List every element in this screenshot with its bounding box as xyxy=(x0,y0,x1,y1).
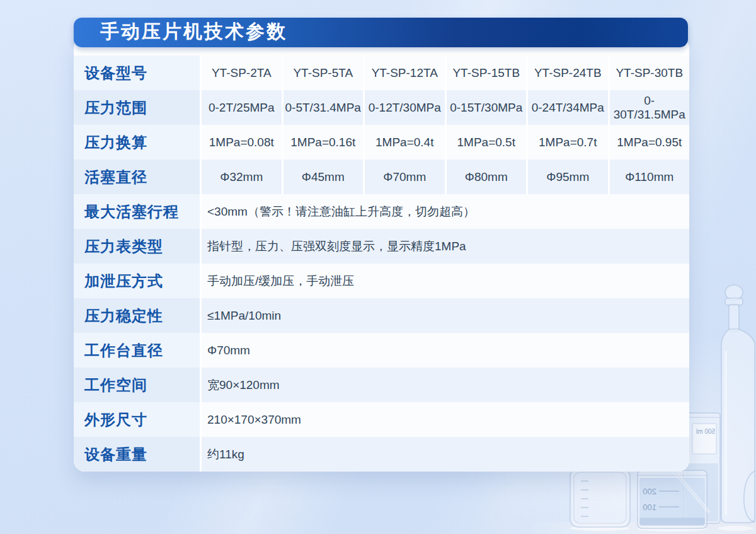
row-label: 工作台直径 xyxy=(74,333,200,368)
row-label: 工作空间 xyxy=(74,368,200,402)
spec-value: Φ45mm xyxy=(284,160,364,194)
spec-value: YT-SP-15TB xyxy=(447,55,527,90)
title-banner: 手动压片机技术参数 xyxy=(74,18,688,47)
spec-value: Φ70mm xyxy=(365,160,445,194)
table-row-working-space: 工作空间 宽90×120mm xyxy=(74,368,689,402)
spec-table-card: 设备型号 YT-SP-2TA YT-SP-5TA YT-SP-12TA YT-S… xyxy=(74,39,689,472)
table-row-max-stroke: 最大活塞行程 <30mm（警示！请注意油缸上升高度，切勿超高） xyxy=(74,194,689,229)
spec-value: Φ32mm xyxy=(202,160,282,194)
front-beaker-art: 200 100 xyxy=(638,470,709,528)
spec-value: Φ110mm xyxy=(610,160,690,194)
table-row-piston-diameter: 活塞直径 Φ32mm Φ45mm Φ70mm Φ80mm Φ95mm Φ110m… xyxy=(74,160,689,194)
table-row-pressure-stability: 压力稳定性 ≤1MPa/10min xyxy=(74,298,689,333)
row-label: 压力稳定性 xyxy=(74,298,200,333)
spec-value: 1MPa=0.4t xyxy=(365,125,445,160)
spec-value: 1MPa=0.16t xyxy=(284,125,364,160)
table-row-pressure-conversion: 压力换算 1MPa=0.08t 1MPa=0.16t 1MPa=0.4t 1MP… xyxy=(74,125,689,160)
beaker-marking-200: 200 xyxy=(643,487,656,496)
row-label: 压力换算 xyxy=(74,125,200,160)
beaker-marking-100: 100 xyxy=(643,502,656,512)
table-row-dimensions: 外形尺寸 210×170×370mm xyxy=(74,402,689,437)
table-row-worktable-diameter: 工作台直径 Φ70mm xyxy=(74,333,689,368)
spec-value: 0-30T/31.5MPa xyxy=(610,90,690,125)
table-row-pressurize-method: 加泄压方式 手动加压/缓加压，手动泄压 xyxy=(74,264,689,298)
row-label: 最大活塞行程 xyxy=(74,194,200,229)
spec-value: 1MPa=0.08t xyxy=(202,125,282,160)
spec-value: 宽90×120mm xyxy=(202,368,689,402)
spec-value: 1MPa=0.5t xyxy=(447,125,527,160)
tall-bottle-art xyxy=(721,285,755,523)
spec-value: YT-SP-2TA xyxy=(202,55,282,90)
row-label: 设备型号 xyxy=(74,55,200,90)
spec-value: 0-24T/34MPa xyxy=(528,90,608,125)
spec-value: 0-15T/30MPa xyxy=(447,90,527,125)
table-row-pressure-range: 压力范围 0-2T/25MPa 0-5T/31.4MPa 0-12T/30MPa… xyxy=(74,90,689,125)
spec-value: 1MPa=0.7t xyxy=(528,125,608,160)
spec-value: Φ80mm xyxy=(447,160,527,194)
spec-value: 1MPa=0.95t xyxy=(610,125,690,160)
spec-value: 0-12T/30MPa xyxy=(365,90,445,125)
row-label: 压力表类型 xyxy=(74,229,200,264)
squat-bottle-art xyxy=(570,468,630,527)
spec-value: 约11kg xyxy=(202,437,689,472)
spec-value: <30mm（警示！请注意油缸上升高度，切勿超高） xyxy=(202,194,689,229)
spec-value: 指针型，压力、压强双刻度显示，显示精度1MPa xyxy=(202,229,689,264)
row-label: 活塞直径 xyxy=(74,160,200,194)
spec-value: 0-2T/25MPa xyxy=(202,90,282,125)
spec-value: YT-SP-5TA xyxy=(284,55,364,90)
spec-value: Φ70mm xyxy=(202,333,689,368)
row-label: 压力范围 xyxy=(74,90,200,125)
beaker-marking-500ml: 500 ml xyxy=(696,428,715,435)
spec-value: YT-SP-30TB xyxy=(610,55,690,90)
page-title: 手动压片机技术参数 xyxy=(74,19,287,47)
spec-value: Φ95mm xyxy=(528,160,608,194)
spec-value: 210×170×370mm xyxy=(202,402,689,437)
spec-value: 手动加压/缓加压，手动泄压 xyxy=(202,264,689,298)
table-row-weight: 设备重量 约11kg xyxy=(74,437,689,472)
spec-value: ≤1MPa/10min xyxy=(202,298,689,333)
spec-value: YT-SP-24TB xyxy=(528,55,608,90)
spec-value: 0-5T/31.4MPa xyxy=(284,90,364,125)
row-label: 设备重量 xyxy=(74,437,200,472)
table-row-gauge-type: 压力表类型 指针型，压力、压强双刻度显示，显示精度1MPa xyxy=(74,229,689,264)
row-label: 外形尺寸 xyxy=(74,402,200,437)
spec-value: YT-SP-12TA xyxy=(365,55,445,90)
table-row-model: 设备型号 YT-SP-2TA YT-SP-5TA YT-SP-12TA YT-S… xyxy=(74,55,689,90)
row-label: 加泄压方式 xyxy=(74,264,200,298)
